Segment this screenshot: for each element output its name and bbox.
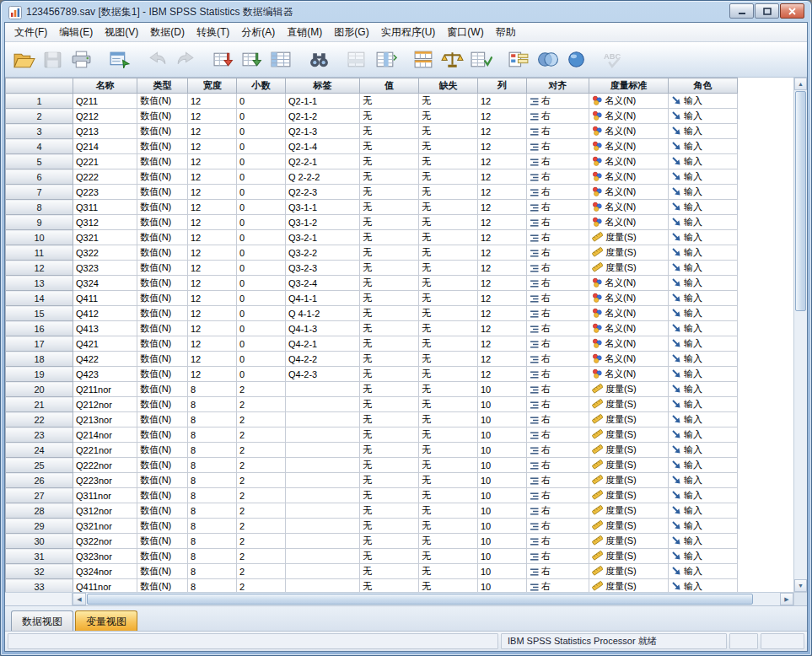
- cell-columns[interactable]: 12: [478, 215, 527, 230]
- cell-name[interactable]: Q311nor: [73, 488, 137, 503]
- cell-label[interactable]: [286, 488, 360, 503]
- cell-missing[interactable]: 无: [419, 503, 478, 519]
- cell-name[interactable]: Q312nor: [73, 503, 137, 519]
- cell-decimals[interactable]: 2: [237, 564, 286, 579]
- cell-missing[interactable]: 无: [419, 276, 478, 291]
- row-number[interactable]: 28: [6, 503, 73, 519]
- cell-name[interactable]: Q322nor: [73, 534, 137, 549]
- cell-role[interactable]: 输入: [669, 412, 738, 427]
- cell-decimals[interactable]: 0: [237, 169, 286, 185]
- cell-type[interactable]: 数值(N): [137, 245, 188, 261]
- cell-label[interactable]: [286, 473, 360, 488]
- cell-role[interactable]: 输入: [669, 261, 738, 276]
- cell-columns[interactable]: 10: [478, 427, 527, 443]
- cell-type[interactable]: 数值(N): [137, 139, 188, 154]
- cell-role[interactable]: 输入: [669, 519, 738, 534]
- cell-align[interactable]: 右: [527, 473, 589, 488]
- cell-label[interactable]: Q3-2-3: [286, 261, 360, 276]
- cell-name[interactable]: Q423: [73, 367, 137, 382]
- cell-type[interactable]: 数值(N): [137, 124, 188, 139]
- corner-cell[interactable]: [6, 78, 73, 94]
- cell-align[interactable]: 右: [527, 352, 589, 367]
- cell-measure[interactable]: 度量(S): [589, 519, 669, 534]
- cell-columns[interactable]: 10: [478, 503, 527, 519]
- cell-type[interactable]: 数值(N): [137, 443, 188, 458]
- cell-missing[interactable]: 无: [419, 382, 478, 397]
- cell-type[interactable]: 数值(N): [137, 458, 188, 473]
- cell-align[interactable]: 右: [527, 124, 589, 139]
- cell-label[interactable]: Q 4-1-2: [286, 306, 360, 321]
- row-number[interactable]: 31: [6, 549, 73, 564]
- row-number[interactable]: 11: [6, 245, 73, 261]
- cell-columns[interactable]: 10: [478, 579, 527, 593]
- select-cases-button[interactable]: [466, 46, 495, 74]
- cell-role[interactable]: 输入: [669, 230, 738, 245]
- cell-values[interactable]: 无: [360, 564, 419, 579]
- cell-measure[interactable]: 名义(N): [589, 291, 669, 306]
- cell-values[interactable]: 无: [360, 488, 419, 503]
- cell-label[interactable]: [286, 549, 360, 564]
- cell-type[interactable]: 数值(N): [137, 397, 188, 412]
- row-number[interactable]: 6: [6, 169, 73, 185]
- row-number[interactable]: 5: [6, 154, 73, 169]
- cell-name[interactable]: Q324nor: [73, 564, 137, 579]
- cell-measure[interactable]: 名义(N): [589, 124, 669, 139]
- cell-missing[interactable]: 无: [419, 397, 478, 412]
- cell-decimals[interactable]: 0: [237, 352, 286, 367]
- cell-width[interactable]: 12: [188, 200, 237, 215]
- cell-columns[interactable]: 10: [478, 458, 527, 473]
- cell-align[interactable]: 右: [527, 245, 589, 261]
- cell-measure[interactable]: 名义(N): [589, 367, 669, 382]
- cell-label[interactable]: Q2-2-3: [286, 185, 360, 200]
- cell-label[interactable]: [286, 519, 360, 534]
- cell-decimals[interactable]: 0: [237, 261, 286, 276]
- cell-align[interactable]: 右: [527, 215, 589, 230]
- cell-type[interactable]: 数值(N): [137, 412, 188, 427]
- cell-columns[interactable]: 12: [478, 139, 527, 154]
- print-button[interactable]: [67, 46, 95, 74]
- cell-name[interactable]: Q221nor: [73, 443, 137, 458]
- vertical-scroll-thumb[interactable]: [795, 91, 806, 311]
- cell-columns[interactable]: 12: [478, 124, 527, 139]
- cell-label[interactable]: Q3-2-4: [286, 276, 360, 291]
- column-header-align[interactable]: 对齐: [527, 78, 589, 94]
- row-number[interactable]: 30: [6, 534, 73, 549]
- cell-columns[interactable]: 12: [478, 367, 527, 382]
- cell-measure[interactable]: 名义(N): [589, 215, 669, 230]
- cell-name[interactable]: Q321nor: [73, 519, 137, 534]
- cell-missing[interactable]: 无: [419, 352, 478, 367]
- cell-missing[interactable]: 无: [419, 534, 478, 549]
- cell-width[interactable]: 12: [188, 306, 237, 321]
- cell-decimals[interactable]: 0: [237, 109, 286, 124]
- cell-measure[interactable]: 度量(S): [589, 503, 669, 519]
- cell-measure[interactable]: 度量(S): [589, 579, 669, 593]
- find-button[interactable]: [304, 46, 333, 74]
- cell-name[interactable]: Q214: [73, 139, 137, 154]
- cell-name[interactable]: Q222: [73, 169, 137, 185]
- cell-measure[interactable]: 度量(S): [589, 534, 669, 549]
- cell-missing[interactable]: 无: [419, 564, 478, 579]
- cell-columns[interactable]: 12: [478, 109, 527, 124]
- cell-align[interactable]: 右: [527, 306, 589, 321]
- row-number[interactable]: 8: [6, 200, 73, 215]
- cell-values[interactable]: 无: [360, 336, 419, 352]
- cell-role[interactable]: 输入: [669, 109, 738, 124]
- cell-missing[interactable]: 无: [419, 321, 478, 336]
- weight-cases-button[interactable]: [438, 46, 466, 74]
- cell-measure[interactable]: 度量(S): [589, 382, 669, 397]
- column-header-decimals[interactable]: 小数: [237, 78, 286, 94]
- cell-align[interactable]: 右: [527, 261, 589, 276]
- cell-align[interactable]: 右: [527, 427, 589, 443]
- cell-values[interactable]: 无: [360, 503, 419, 519]
- cell-role[interactable]: 输入: [669, 382, 738, 397]
- cell-width[interactable]: 12: [188, 185, 237, 200]
- row-number[interactable]: 9: [6, 215, 73, 230]
- cell-role[interactable]: 输入: [669, 154, 738, 169]
- cell-decimals[interactable]: 0: [237, 215, 286, 230]
- cell-align[interactable]: 右: [527, 169, 589, 185]
- variables-button[interactable]: [266, 46, 295, 74]
- cell-label[interactable]: Q3-2-1: [286, 230, 360, 245]
- cell-values[interactable]: 无: [360, 473, 419, 488]
- row-number[interactable]: 21: [6, 397, 73, 412]
- cell-decimals[interactable]: 0: [237, 230, 286, 245]
